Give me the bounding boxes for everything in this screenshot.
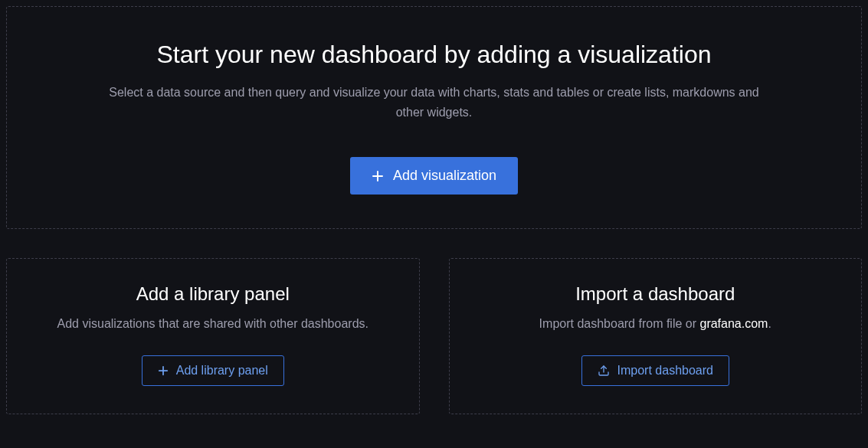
- import-subtitle-suffix: .: [768, 317, 771, 330]
- main-subtitle: Select a data source and then query and …: [97, 83, 771, 122]
- library-panel-title: Add a library panel: [25, 283, 401, 305]
- import-dashboard-title: Import a dashboard: [468, 283, 843, 305]
- add-library-panel-button[interactable]: Add library panel: [142, 355, 284, 386]
- grafana-link-text: grafana.com: [699, 317, 768, 330]
- secondary-panels-row: Add a library panel Add visualizations t…: [6, 258, 862, 414]
- library-panel-subtitle: Add visualizations that are shared with …: [25, 314, 401, 334]
- upload-icon: [598, 365, 610, 377]
- import-dashboard-subtitle: Import dashboard from file or grafana.co…: [468, 314, 843, 334]
- main-title: Start your new dashboard by adding a vis…: [38, 41, 830, 69]
- library-panel-card: Add a library panel Add visualizations t…: [6, 258, 420, 414]
- add-visualization-panel: Start your new dashboard by adding a vis…: [6, 6, 862, 229]
- plus-icon: [372, 170, 384, 182]
- import-dashboard-card: Import a dashboard Import dashboard from…: [449, 258, 863, 414]
- import-dashboard-button[interactable]: Import dashboard: [581, 355, 729, 386]
- import-dashboard-label: Import dashboard: [617, 364, 713, 378]
- plus-icon: [158, 365, 169, 376]
- add-visualization-button[interactable]: Add visualization: [350, 157, 518, 195]
- import-subtitle-prefix: Import dashboard from file or: [539, 317, 700, 330]
- add-library-panel-label: Add library panel: [176, 364, 268, 378]
- add-visualization-label: Add visualization: [393, 168, 496, 184]
